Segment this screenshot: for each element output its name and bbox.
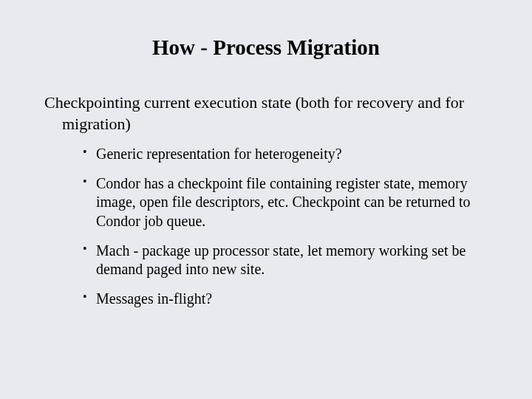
bullet-list: Generic representation for heterogeneity…: [83, 145, 488, 308]
slide-container: How - Process Migration Checkpointing cu…: [0, 0, 532, 399]
slide-title: How - Process Migration: [44, 35, 488, 60]
list-item: Generic representation for heterogeneity…: [83, 145, 488, 164]
list-item: Mach - package up processor state, let m…: [83, 242, 488, 279]
list-item: Condor has a checkpoint file containing …: [83, 174, 488, 231]
list-item: Messages in-flight?: [83, 290, 488, 309]
main-point: Checkpointing current execution state (b…: [44, 92, 488, 134]
